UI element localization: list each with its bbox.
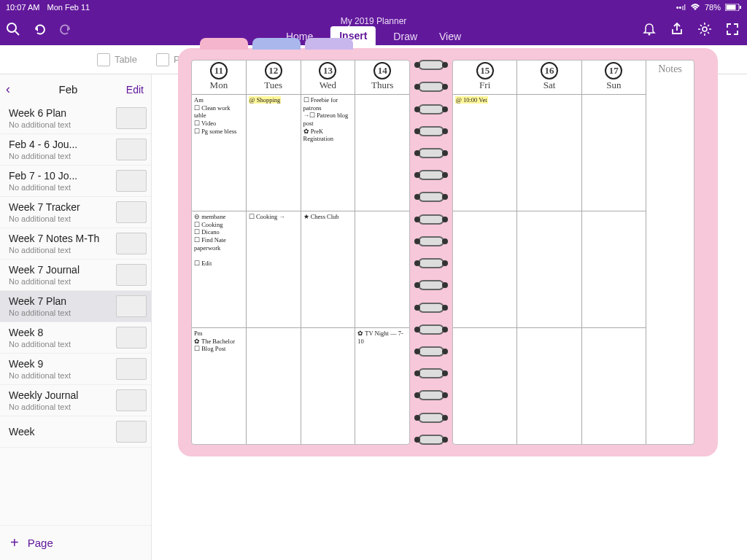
tab-draw[interactable]: Draw [389, 28, 422, 45]
page-thumbnail [116, 107, 147, 129]
svg-rect-2 [740, 6, 741, 9]
sidebar-section-name[interactable]: Feb [59, 83, 78, 96]
planner-color-tab[interactable] [252, 38, 301, 50]
planner-left-page: 11Mon12Tues13Wed14Thurs Am☐ Clean work t… [191, 60, 410, 445]
page-item[interactable]: Week 8No additional text [0, 322, 151, 354]
page-item[interactable]: Weekly JournalNo additional text [0, 385, 151, 416]
app-titlebar: My 2019 Planner Home Insert Draw View [0, 15, 747, 45]
svg-point-3 [7, 23, 16, 32]
planner-cell[interactable] [453, 328, 517, 444]
page-sidebar: ‹ Feb Edit Week 6 PlanNo additional text… [0, 74, 152, 560]
planner-cell[interactable] [582, 211, 646, 327]
page-thumbnail [116, 233, 147, 254]
page-item-subtitle: No additional text [9, 402, 78, 411]
page-item-name: Week 7 Tracker [9, 201, 80, 213]
battery-icon [725, 4, 741, 11]
table-icon [97, 53, 110, 66]
planner-day-header: 14Thurs [355, 61, 409, 94]
tab-view[interactable]: View [435, 28, 465, 45]
notifications-icon[interactable] [642, 22, 657, 36]
page-item[interactable]: Week 7 Notes M-ThNo additional text [0, 228, 151, 260]
undo-icon[interactable] [32, 22, 47, 36]
page-item[interactable]: Week 7 TrackerNo additional text [0, 197, 151, 228]
planner-day-header: 12Tues [247, 61, 301, 94]
page-item[interactable]: Feb 7 - 10 Jo...No additional text [0, 166, 151, 197]
wifi-icon [690, 4, 700, 11]
page-item-name: Feb 7 - 10 Jo... [9, 170, 77, 182]
planner-cell[interactable] [517, 211, 581, 327]
page-item-name: Week 9 [9, 358, 71, 370]
sidebar-edit-button[interactable]: Edit [126, 84, 144, 96]
page-item-subtitle: No additional text [9, 183, 77, 192]
sidebar-back-button[interactable]: ‹ [6, 82, 10, 97]
status-time: 10:07 AM [6, 3, 39, 12]
search-icon[interactable] [6, 22, 20, 36]
share-icon[interactable] [670, 22, 684, 36]
planner-cell[interactable] [582, 95, 646, 211]
insert-table-button[interactable]: Table [97, 53, 137, 66]
plus-icon: + [10, 534, 19, 551]
planner-color-tab[interactable] [200, 38, 248, 50]
planner-cell[interactable]: Pm✿ The Bachelor☐ Blog Post [192, 328, 247, 444]
spiral-binding [409, 54, 454, 451]
signal-icon: ••ıl [676, 3, 686, 12]
page-thumbnail [116, 201, 147, 223]
planner-cell[interactable] [517, 328, 581, 444]
planner-cell[interactable]: ★ Chess Club [301, 211, 356, 327]
planner-cell[interactable] [355, 211, 409, 327]
page-list[interactable]: Week 6 PlanNo additional textFeb 4 - 6 J… [0, 103, 151, 525]
planner-color-tab[interactable] [305, 38, 353, 50]
page-item-subtitle: No additional text [9, 371, 71, 380]
add-page-button[interactable]: + Page [0, 525, 151, 560]
settings-icon[interactable] [697, 22, 712, 36]
planner-cell[interactable] [355, 95, 409, 211]
page-item-name: Feb 4 - 6 Jou... [9, 139, 77, 150]
page-item[interactable]: Week 7 JournalNo additional text [0, 260, 151, 291]
svg-point-6 [703, 27, 707, 31]
page-item-subtitle: No additional text [9, 214, 80, 223]
page-item[interactable]: Week [0, 416, 151, 448]
planner-day-header: 15Fri [453, 61, 517, 94]
planner-cell[interactable]: @ Shopping [247, 95, 301, 211]
planner-cell[interactable] [517, 95, 581, 211]
planner-day-header: 11Mon [192, 61, 247, 94]
svg-rect-1 [727, 5, 736, 10]
planner-cell[interactable]: Am☐ Clean work table☐ Video☐ Pg some ble… [192, 95, 247, 211]
planner-image[interactable]: 11Mon12Tues13Wed14Thurs Am☐ Clean work t… [178, 48, 718, 456]
planner-cell[interactable] [582, 328, 646, 444]
page-item-name: Week 7 Notes M-Th [9, 233, 99, 244]
planner-cell[interactable]: @ 10:00 Vet [453, 95, 517, 211]
page-thumbnail [116, 295, 147, 317]
planner-right-page: 15Fri16Sat17Sun @ 10:00 Vet Notes [452, 60, 694, 445]
page-item[interactable]: Week 9No additional text [0, 354, 151, 385]
planner-cell[interactable]: ☐ Cooking → [247, 211, 301, 327]
page-item-name: Week 8 [9, 327, 71, 338]
page-item-subtitle: No additional text [9, 120, 71, 129]
page-thumbnail [116, 327, 147, 349]
svg-line-4 [15, 31, 19, 35]
ios-status-bar: 10:07 AM Mon Feb 11 ••ıl 78% [0, 0, 747, 15]
page-thumbnail [116, 264, 147, 286]
page-item[interactable]: Feb 4 - 6 Jou...No additional text [0, 134, 151, 166]
redo-icon[interactable] [58, 22, 73, 36]
page-item-subtitle: No additional text [9, 340, 71, 349]
planner-cell[interactable]: ☐ Freebie for patrons→☐ Patreon blog pos… [301, 95, 356, 211]
planner-cell[interactable] [247, 328, 301, 444]
picture-icon [156, 53, 169, 66]
page-item-subtitle: No additional text [9, 152, 77, 160]
planner-cell[interactable] [453, 211, 517, 327]
page-item[interactable]: Week 6 PlanNo additional text [0, 103, 151, 134]
planner-cell[interactable]: ✿ TV Night — 7-10 [355, 328, 409, 444]
page-thumbnail [116, 421, 147, 443]
planner-notes-column: Notes [646, 61, 694, 444]
page-thumbnail [116, 170, 147, 192]
page-item[interactable]: Week 7 PlanNo additional text [0, 291, 151, 322]
planner-cell[interactable]: ⊖ membane☐ Cooking☐ Dicano☐ Find Nate pa… [192, 211, 247, 327]
page-thumbnail [116, 358, 147, 380]
fullscreen-icon[interactable] [725, 22, 740, 36]
page-item-name: Week 7 Journal [9, 264, 80, 276]
notebook-title: My 2019 Planner [341, 16, 407, 26]
planner-cell[interactable] [301, 328, 356, 444]
page-item-subtitle: No additional text [9, 246, 99, 254]
battery-pct: 78% [705, 3, 721, 12]
